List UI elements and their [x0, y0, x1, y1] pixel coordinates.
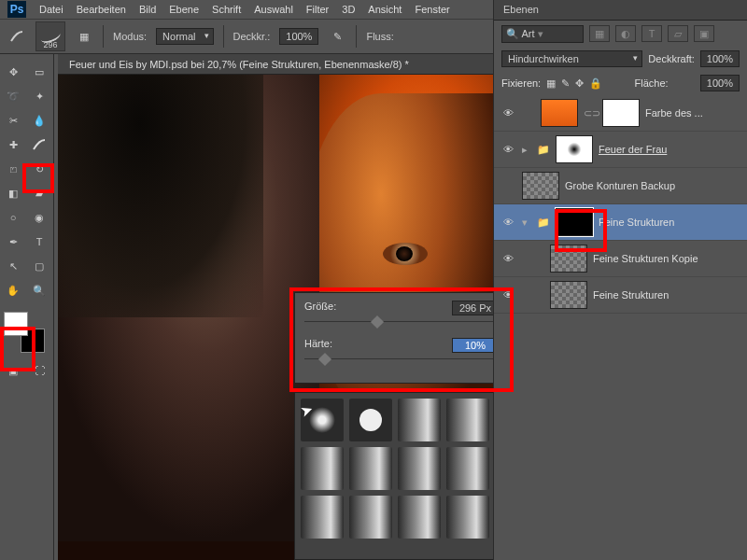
- marquee-tool[interactable]: ▭: [27, 61, 51, 83]
- eyedropper-tool[interactable]: 💧: [27, 109, 51, 132]
- brush-preset[interactable]: [398, 447, 441, 490]
- history-brush-tool[interactable]: ↻: [27, 158, 51, 180]
- hand-tool[interactable]: ✋: [1, 279, 25, 301]
- layer-thumbnail[interactable]: [550, 245, 587, 273]
- layer-name[interactable]: Farbe des ...: [645, 107, 741, 119]
- visibility-icon[interactable]: 👁: [500, 144, 516, 155]
- brush-preset[interactable]: [398, 399, 441, 441]
- lock-transparency-icon[interactable]: ▦: [546, 77, 556, 90]
- blur-tool[interactable]: ○: [1, 206, 25, 229]
- visibility-icon[interactable]: 👁: [500, 253, 516, 264]
- zoom-tool[interactable]: 🔍: [27, 279, 51, 301]
- fill-value[interactable]: 100%: [700, 75, 740, 91]
- menu-item[interactable]: Ebene: [169, 4, 199, 15]
- menu-item[interactable]: Filter: [306, 4, 329, 15]
- stamp-tool[interactable]: ⏍: [1, 158, 25, 180]
- layer-row[interactable]: 👁 ▾ 📁 Feine Strukturen: [494, 204, 747, 241]
- menu-item[interactable]: Fenster: [415, 4, 449, 15]
- layer-name[interactable]: Feine Strukturen: [593, 289, 741, 301]
- brush-tool-icon[interactable]: [7, 27, 26, 46]
- visibility-icon[interactable]: 👁: [500, 107, 516, 119]
- layer-name[interactable]: Feuer der Frau: [599, 144, 741, 155]
- menu-item[interactable]: Bild: [139, 4, 156, 15]
- brush-hardness-input[interactable]: 10%: [452, 338, 499, 353]
- quickmask-toggle[interactable]: ▣: [1, 359, 25, 382]
- brush-preset[interactable]: [349, 447, 392, 490]
- brush-preset[interactable]: [349, 399, 392, 441]
- heal-tool[interactable]: ✚: [1, 133, 25, 156]
- menu-item[interactable]: Bearbeiten: [77, 4, 126, 15]
- menu-item[interactable]: Auswahl: [254, 4, 293, 15]
- pen-tool[interactable]: ✒: [1, 231, 25, 253]
- pressure-opacity-icon[interactable]: ✎: [328, 27, 346, 46]
- brush-settings-popup: Größe: 296 Px Härte: 10%: [294, 292, 509, 384]
- shape-tool[interactable]: ▢: [27, 255, 51, 277]
- brush-tool[interactable]: [27, 133, 51, 156]
- menu-item[interactable]: Datei: [39, 4, 63, 15]
- document-tab-bar: Feuer und Eis by MDI.psd bei 20,7% (Fein…: [58, 54, 493, 75]
- mask-thumbnail[interactable]: [556, 208, 593, 236]
- visibility-icon[interactable]: 👁: [500, 289, 516, 301]
- lock-position-icon[interactable]: ✥: [575, 77, 584, 90]
- lock-all-icon[interactable]: 🔒: [589, 77, 602, 90]
- filter-type-icon[interactable]: T: [641, 25, 662, 42]
- layer-name[interactable]: Grobe Konturen Backup: [565, 180, 741, 191]
- menu-item[interactable]: Schrift: [212, 4, 241, 15]
- layer-thumbnail[interactable]: [550, 281, 587, 309]
- layer-name[interactable]: Feine Strukturen Kopie: [593, 253, 741, 264]
- layer-thumbnail[interactable]: [522, 172, 559, 200]
- mask-thumbnail[interactable]: [602, 99, 640, 127]
- crop-tool[interactable]: ✂: [1, 109, 25, 132]
- layer-row[interactable]: 👁 ▸ 📁 Feuer der Frau: [494, 132, 747, 168]
- blend-mode-select[interactable]: Normal: [156, 28, 213, 45]
- document-tab[interactable]: Feuer und Eis by MDI.psd bei 20,7% (Fein…: [69, 59, 409, 70]
- color-swatches[interactable]: [4, 312, 45, 353]
- brush-preset-picker[interactable]: 296: [35, 21, 65, 51]
- layer-row[interactable]: 👁 Feine Strukturen Kopie: [494, 241, 747, 277]
- lock-pixels-icon[interactable]: ✎: [561, 77, 570, 90]
- wand-tool[interactable]: ✦: [27, 85, 51, 107]
- brush-panel-toggle-icon[interactable]: ▦: [75, 27, 93, 46]
- panel-tab[interactable]: Ebenen: [494, 0, 747, 21]
- filter-adjust-icon[interactable]: ◐: [615, 25, 636, 42]
- menu-item[interactable]: Ansicht: [368, 4, 402, 15]
- brush-hardness-slider[interactable]: [304, 353, 499, 366]
- type-tool[interactable]: T: [27, 231, 51, 253]
- layer-row[interactable]: 👁 Feine Strukturen: [494, 277, 747, 314]
- foreground-color-swatch[interactable]: [4, 312, 28, 336]
- layer-opacity-label: Deckkraft:: [648, 53, 695, 64]
- filter-shape-icon[interactable]: ▱: [668, 25, 688, 42]
- dodge-tool[interactable]: ◉: [27, 206, 51, 229]
- layer-filter-select[interactable]: 🔍 Art ▾: [501, 25, 584, 43]
- layer-row[interactable]: Grobe Konturen Backup: [494, 168, 747, 204]
- layer-row[interactable]: 👁 ⊂⊃ Farbe des ...: [494, 95, 747, 132]
- opacity-value[interactable]: 100%: [279, 28, 318, 45]
- layer-opacity-value[interactable]: 100%: [700, 50, 740, 67]
- gradient-tool[interactable]: ▰: [27, 182, 51, 204]
- brush-preset[interactable]: [301, 447, 344, 490]
- brush-preset[interactable]: [301, 496, 344, 539]
- expand-icon[interactable]: ▸: [522, 144, 531, 156]
- layer-thumbnail[interactable]: [541, 99, 578, 127]
- eraser-tool[interactable]: ◧: [1, 182, 25, 204]
- filter-pixel-icon[interactable]: ▦: [589, 25, 610, 42]
- screenmode-toggle[interactable]: ⛶: [27, 359, 51, 382]
- tools-panel: ✥▭ ➰✦ ✂💧 ✚ ⏍↻ ◧▰ ○◉ ✒T ↖▢ ✋🔍 ▣⛶: [0, 54, 54, 560]
- filter-smart-icon[interactable]: ▣: [694, 25, 714, 42]
- layer-name[interactable]: Feine Strukturen: [599, 217, 741, 228]
- menu-item[interactable]: 3D: [342, 4, 355, 15]
- brush-size-input[interactable]: 296 Px: [452, 301, 499, 315]
- move-tool[interactable]: ✥: [1, 61, 25, 83]
- visibility-icon[interactable]: 👁: [500, 217, 516, 228]
- brush-preset[interactable]: [446, 496, 489, 539]
- brush-preset[interactable]: [349, 496, 392, 539]
- lasso-tool[interactable]: ➰: [1, 85, 25, 107]
- path-tool[interactable]: ↖: [1, 255, 25, 277]
- mask-thumbnail[interactable]: [556, 135, 593, 163]
- brush-size-slider[interactable]: [304, 315, 499, 329]
- brush-preset[interactable]: [398, 496, 441, 539]
- brush-preset[interactable]: [446, 399, 489, 441]
- layer-blend-select[interactable]: Hindurchwirken: [501, 50, 642, 67]
- expand-icon[interactable]: ▾: [522, 217, 531, 229]
- brush-preset[interactable]: [446, 447, 489, 490]
